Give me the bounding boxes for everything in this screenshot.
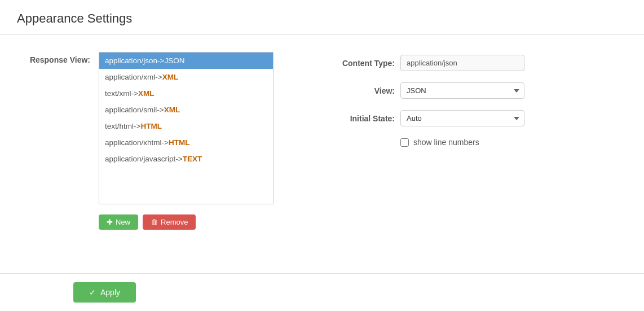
view-select[interactable]: JSON XML HTML TEXT [400, 82, 524, 99]
show-line-numbers-checkbox[interactable] [400, 138, 409, 147]
checkmark-icon: ✓ [89, 288, 96, 297]
initial-state-label: Initial State: [333, 114, 395, 123]
response-view-label: Response View: [17, 52, 90, 64]
apply-button-label: Apply [100, 288, 120, 297]
page-title: Appearance Settings [0, 0, 644, 35]
bottom-bar: ✓ Apply [0, 273, 644, 311]
list-action-buttons: ✚ New 🗑 Remove [99, 214, 274, 230]
show-line-numbers-row: show line numbers [400, 138, 547, 147]
view-label: View: [333, 86, 395, 95]
list-item[interactable]: application/json->JSON [99, 52, 273, 69]
view-row: View: JSON XML HTML TEXT [333, 82, 547, 99]
new-button[interactable]: ✚ New [99, 214, 138, 230]
trash-icon: 🗑 [151, 218, 158, 226]
content-type-row: Content Type: [333, 55, 547, 71]
list-item[interactable]: application/javascript->TEXT [99, 151, 273, 167]
list-item[interactable]: text/xml->XML [99, 85, 273, 102]
content-area: Response View: application/json->JSON ap… [0, 35, 644, 273]
apply-button[interactable]: ✓ Apply [73, 282, 136, 303]
initial-state-select[interactable]: Auto Expanded Collapsed [400, 110, 524, 126]
response-view-row: Response View: application/json->JSON ap… [17, 52, 310, 230]
list-item[interactable]: text/html->HTML [99, 118, 273, 134]
right-panel: Content Type: View: JSON XML HTML TEXT I… [333, 52, 547, 262]
plus-icon: ✚ [107, 218, 113, 226]
remove-button[interactable]: 🗑 Remove [143, 214, 196, 230]
show-line-numbers-label[interactable]: show line numbers [413, 138, 479, 147]
content-type-label: Content Type: [333, 59, 395, 68]
initial-state-row: Initial State: Auto Expanded Collapsed [333, 110, 547, 126]
left-panel: Response View: application/json->JSON ap… [17, 52, 310, 262]
content-type-input[interactable] [400, 55, 524, 71]
list-item[interactable]: application/xhtml->HTML [99, 134, 273, 151]
list-item[interactable]: application/smil->XML [99, 102, 273, 118]
new-button-label: New [116, 218, 130, 226]
list-item[interactable]: application/xml->XML [99, 69, 273, 85]
appearance-settings-page: Appearance Settings Response View: appli… [0, 0, 644, 311]
remove-button-label: Remove [161, 218, 188, 226]
response-view-listbox[interactable]: application/json->JSON application/xml->… [99, 52, 274, 204]
